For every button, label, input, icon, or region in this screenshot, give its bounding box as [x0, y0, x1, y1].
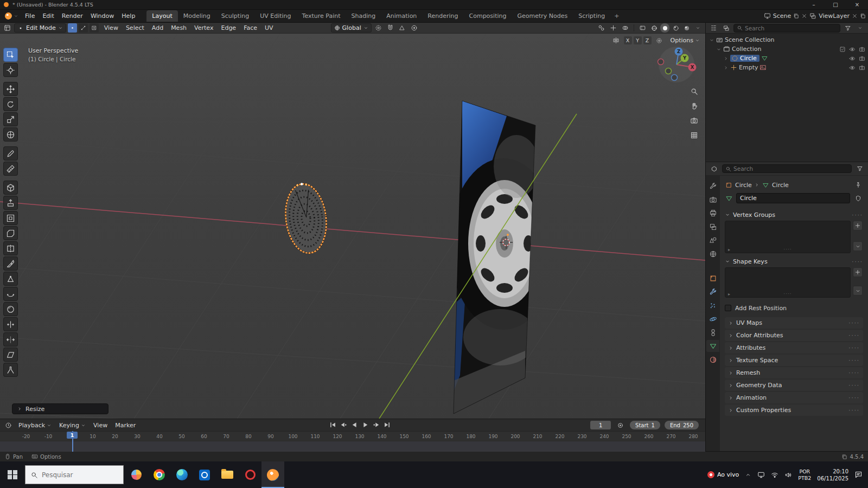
pin-icon[interactable] — [853, 181, 863, 190]
toggle-xray-button[interactable] — [637, 23, 648, 33]
viewport-menu-face[interactable]: Face — [240, 24, 261, 31]
properties-tab-particles[interactable] — [706, 299, 719, 311]
pan-button[interactable] — [689, 101, 699, 111]
proportional-editing-button[interactable] — [409, 23, 419, 33]
selectability-filter-button[interactable] — [596, 23, 607, 33]
play-button[interactable] — [360, 420, 370, 429]
frame-start-field[interactable]: Start1 — [630, 421, 660, 429]
viewport-menu-view[interactable]: View — [100, 24, 122, 31]
timeline-menu-keying[interactable]: Keying — [55, 422, 90, 429]
mirror-y-toggle[interactable]: Y — [634, 36, 642, 44]
mode-dropdown[interactable]: Edit Mode — [14, 23, 66, 33]
panel-uv-maps[interactable]: UV Maps···· — [725, 317, 863, 329]
panel-animation[interactable]: Animation···· — [725, 392, 863, 403]
properties-tab-modifiers[interactable] — [706, 286, 719, 298]
camera-toggle[interactable] — [859, 46, 865, 53]
properties-tab-world[interactable] — [706, 248, 719, 260]
app-menu-file[interactable]: File — [21, 12, 39, 20]
panel-attributes[interactable]: Attributes···· — [725, 342, 863, 354]
outliner-filter-dropdown[interactable] — [855, 23, 865, 33]
toggle-ortho-button[interactable] — [689, 130, 699, 140]
shading-rendered-button[interactable] — [682, 23, 691, 33]
edge-select-mode-button[interactable] — [79, 23, 88, 33]
panel-drag-handle[interactable]: ···· — [852, 259, 863, 265]
tool-smooth[interactable] — [3, 302, 18, 316]
camera-toggle[interactable] — [859, 65, 865, 71]
outliner-row-scene-collection[interactable]: Scene Collection — [706, 35, 868, 44]
editor-type-button[interactable] — [2, 23, 12, 33]
auto-keying-button[interactable] — [615, 421, 626, 430]
panel-texture-space[interactable]: Texture Space···· — [725, 355, 863, 366]
tool-shear[interactable] — [3, 348, 18, 362]
properties-tab-physics[interactable] — [706, 313, 719, 325]
taskbar-app-explorer[interactable] — [216, 461, 239, 488]
tool-rotate[interactable] — [3, 97, 18, 111]
tool-bevel[interactable] — [3, 226, 18, 240]
face-select-mode-button[interactable] — [90, 23, 99, 33]
breadcrumb-data[interactable]: Circle — [772, 182, 789, 189]
current-frame-field[interactable]: 1 — [590, 421, 611, 429]
outliner-row-collection[interactable]: Collection — [706, 44, 868, 54]
panel-color-attributes[interactable]: Color Attributes···· — [725, 330, 863, 341]
shading-solid-button[interactable] — [660, 23, 669, 33]
start-button[interactable] — [0, 461, 25, 488]
shading-material-button[interactable] — [671, 23, 680, 33]
workspace-shading[interactable]: Shading — [346, 10, 381, 22]
shape-keys-list[interactable]: ▸ ···· — [725, 267, 851, 298]
tool-poly-build[interactable] — [3, 272, 18, 286]
mirror-z-toggle[interactable]: Z — [643, 36, 652, 44]
tool-spin[interactable] — [3, 287, 18, 301]
panel-drag-handle[interactable]: ···· — [852, 212, 863, 218]
clock[interactable]: 20:1006/11/2025 — [817, 468, 848, 482]
vertex-group-specials-button[interactable] — [853, 241, 863, 251]
workspace-rendering[interactable]: Rendering — [422, 10, 463, 22]
tool-scale[interactable] — [3, 112, 18, 126]
3d-viewport[interactable]: X Y Z User Perspective (1) Circle | Circ… — [0, 34, 705, 419]
add-shape-key-button[interactable] — [853, 267, 863, 277]
gizmo-minus-x[interactable] — [658, 59, 664, 65]
tool-annotate[interactable] — [3, 146, 18, 160]
outliner-row-empty[interactable]: Empty — [706, 63, 868, 72]
taskbar-app-outlook[interactable] — [193, 461, 216, 488]
play-rev-button[interactable] — [349, 420, 359, 429]
tool-edge-slide[interactable] — [3, 317, 18, 331]
breadcrumb-object[interactable]: Circle — [735, 182, 752, 189]
tool-measure[interactable] — [3, 162, 18, 176]
outliner-display-mode-button[interactable] — [721, 23, 731, 33]
properties-search-input[interactable] — [733, 165, 848, 172]
workspace-add-button[interactable]: + — [610, 10, 623, 22]
properties-tab-view-layer[interactable] — [706, 221, 719, 233]
timeline-editor[interactable]: PlaybackKeyingViewMarker 1 Start1 End250… — [0, 419, 705, 451]
display-tray-icon[interactable] — [757, 471, 765, 479]
eye-toggle[interactable] — [849, 46, 856, 53]
tool-shrink-fatten[interactable] — [3, 332, 18, 346]
tool-rip-region[interactable] — [3, 363, 18, 377]
playhead-badge[interactable]: 1 — [67, 432, 78, 439]
gizmo-minus-y[interactable] — [666, 68, 672, 74]
show-gizmos-button[interactable] — [608, 23, 618, 33]
mesh-name-field[interactable] — [736, 193, 850, 203]
transform-orientation-dropdown[interactable]: Global — [331, 23, 372, 33]
tool-inset-faces[interactable] — [3, 211, 18, 225]
viewport-menu-select[interactable]: Select — [122, 24, 148, 31]
properties-tab-tool[interactable] — [706, 180, 719, 192]
properties-tab-constraints[interactable] — [706, 326, 719, 338]
timeline-menu-view[interactable]: View — [90, 422, 111, 429]
expander-icon[interactable] — [723, 65, 729, 70]
taskbar-search[interactable] — [25, 465, 124, 484]
workspace-uv-editing[interactable]: UV Editing — [254, 10, 296, 22]
eye-toggle[interactable] — [849, 55, 856, 62]
tool-move[interactable] — [3, 82, 18, 96]
app-menu-render[interactable]: Render — [58, 12, 87, 20]
viewport-menu-edge[interactable]: Edge — [217, 24, 240, 31]
properties-filter-button[interactable] — [854, 164, 865, 174]
properties-tab-scene[interactable] — [706, 234, 719, 246]
outliner-search-input[interactable] — [745, 25, 837, 31]
workspace-scripting[interactable]: Scripting — [573, 10, 610, 22]
vertex-groups-list[interactable]: ▸ ···· — [725, 221, 851, 253]
add-rest-position-checkbox[interactable] — [725, 305, 731, 311]
shape-keys-panel-header[interactable]: Shape Keys ···· — [725, 255, 863, 267]
timeline-ruler[interactable]: -20-100102030405060708090100110120130140… — [0, 431, 705, 441]
snap-settings-button[interactable] — [397, 23, 407, 33]
language-indicator[interactable]: PORPTB2 — [798, 468, 811, 481]
